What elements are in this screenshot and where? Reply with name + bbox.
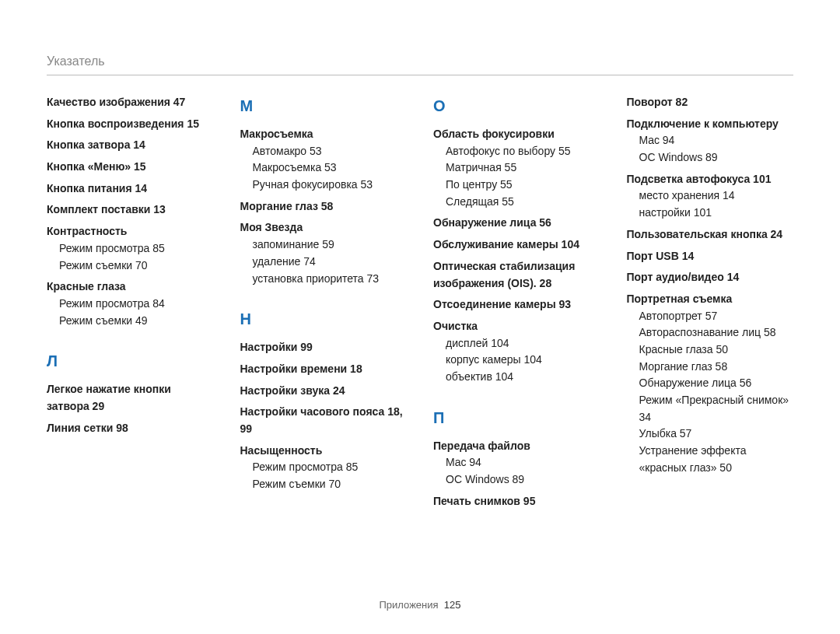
index-subentry: ОС Windows 89 <box>446 471 600 489</box>
index-entry: Порт аудио/видео 14 <box>627 269 794 286</box>
index-subentry: Mac 94 <box>639 132 794 149</box>
index-subentry: Улыбка 57 <box>639 426 794 443</box>
document-page: Указатель Качество изображения 47Кнопка … <box>0 0 840 634</box>
index-subentry: ОС Windows 89 <box>639 149 794 166</box>
index-entry-title: Легкое нажатие кнопки затвора 29 <box>47 383 171 412</box>
index-subentry: объектив 104 <box>446 369 600 386</box>
index-entry-title: Комплект поставки 13 <box>47 203 166 215</box>
index-entry-title: Настройки звука 24 <box>240 384 345 397</box>
index-entry-title: Пользовательская кнопка 24 <box>627 228 783 240</box>
index-entry: Оптическая стабилизация изображения (OIS… <box>433 258 600 292</box>
index-entry: Легкое нажатие кнопки затвора 29 <box>47 381 214 415</box>
index-subentry: дисплей 104 <box>446 335 600 352</box>
index-entry-title: Настройки 99 <box>240 341 313 353</box>
index-subentry: Режим «Прекрасный снимок» 34 <box>639 392 794 426</box>
index-entry: Кнопка затвора 14 <box>47 137 214 154</box>
page-title: Указатель <box>47 54 793 75</box>
index-subentry: Обнаружение лица 56 <box>639 375 794 392</box>
index-subentry: Режим просмотра 85 <box>253 459 408 476</box>
index-entry: Обнаружение лица 56 <box>433 215 600 232</box>
index-subentry: Устранение эффекта «красных глаз» 50 <box>639 443 794 476</box>
index-entry: Портретная съемкаАвтопортрет 57Автораспо… <box>627 291 794 477</box>
index-subentry: Матричная 55 <box>446 159 600 177</box>
footer-label: Приложения <box>380 599 439 611</box>
index-subentry: Макросъемка 53 <box>253 159 408 177</box>
index-entry: Качество изображения 47 <box>47 94 214 111</box>
index-entry: Область фокусировкиАвтофокус по выбору 5… <box>433 126 600 210</box>
index-entry-title: Макросъемка <box>240 128 313 140</box>
index-column: Качество изображения 47Кнопка воспроизве… <box>47 94 214 514</box>
index-entry-title: Качество изображения 47 <box>47 96 185 108</box>
index-entry-title: Область фокусировки <box>433 128 555 140</box>
index-subentry: Автофокус по выбору 55 <box>446 143 600 160</box>
index-subentry: Режим съемки 70 <box>253 476 408 493</box>
index-subentry: Режим съемки 49 <box>59 313 214 330</box>
index-entry-title: Настройки часового пояса 18, 99 <box>240 405 403 435</box>
index-entry-title: Красные глаза <box>47 280 126 292</box>
index-subentry: Автораспознавание лиц 58 <box>639 324 794 342</box>
index-subentry: Моргание глаз 58 <box>639 359 794 376</box>
index-entry: Печать снимков 95 <box>433 493 600 510</box>
index-entry-title: Кнопка питания 14 <box>47 182 147 194</box>
index-column: ООбласть фокусировкиАвтофокус по выбору … <box>433 94 600 514</box>
index-subentry: Режим просмотра 84 <box>59 296 214 313</box>
index-entry-title: Кнопка «Меню» 15 <box>47 160 146 173</box>
index-section-letter: Л <box>47 349 214 373</box>
index-entry: Моя Звездазапоминание 59удаление 74устан… <box>240 219 408 287</box>
index-entry-title: Оптическая стабилизация изображения (OIS… <box>433 260 575 289</box>
index-entry: Очисткадисплей 104корпус камеры 104объек… <box>433 318 600 386</box>
index-entry: Линия сетки 98 <box>47 420 214 437</box>
index-entry: КонтрастностьРежим просмотра 85Режим съе… <box>47 223 214 274</box>
index-entry-title: Отсоединение камеры 93 <box>433 298 571 310</box>
index-section-letter: П <box>433 406 600 430</box>
index-entry: Поворот 82 <box>627 94 794 111</box>
page-footer: Приложения 125 <box>0 599 840 611</box>
index-entry-title: Моргание глаз 58 <box>240 200 334 212</box>
index-entry-title: Кнопка затвора 14 <box>47 138 145 151</box>
index-entry: Пользовательская кнопка 24 <box>627 226 794 243</box>
index-subentry: место хранения 14 <box>639 187 794 205</box>
index-entry: Настройки часового пояса 18, 99 <box>240 404 408 437</box>
index-column: Поворот 82Подключение к компьютеруMac 94… <box>627 94 794 514</box>
index-entry-title: Портретная съемка <box>627 292 733 305</box>
index-entry: Передача файловMac 94ОС Windows 89 <box>433 438 600 489</box>
index-subentry: Автопортрет 57 <box>639 308 794 325</box>
index-subentry: Mac 94 <box>446 454 600 471</box>
index-entry: Настройки звука 24 <box>240 383 408 400</box>
index-section-letter: Н <box>240 307 408 331</box>
index-entry-title: Порт аудио/видео 14 <box>627 271 740 283</box>
index-subentry: удаление 74 <box>253 254 408 271</box>
index-entry: Кнопка «Меню» 15 <box>47 159 214 176</box>
index-entry-title: Порт USB 14 <box>627 250 695 262</box>
index-entry: Отсоединение камеры 93 <box>433 296 600 313</box>
footer-page-number: 125 <box>444 599 461 611</box>
index-section-letter: О <box>433 94 600 118</box>
index-entry: Подключение к компьютеруMac 94ОС Windows… <box>627 116 794 166</box>
index-subentry: настройки 101 <box>639 205 794 222</box>
index-entry-title: Моя Звезда <box>240 221 303 233</box>
index-entry: Обслуживание камеры 104 <box>433 236 600 254</box>
index-entry: Кнопка питания 14 <box>47 180 214 198</box>
index-subentry: установка приоритета 73 <box>253 271 408 288</box>
index-entry-title: Контрастность <box>47 225 127 237</box>
index-entry-title: Очистка <box>433 320 478 332</box>
index-entry: Порт USB 14 <box>627 248 794 265</box>
index-subentry: Ручная фокусировка 53 <box>253 177 408 194</box>
index-subentry: Режим съемки 70 <box>59 257 214 275</box>
index-subentry: Режим просмотра 85 <box>59 240 214 257</box>
index-entry-title: Подсветка автофокуса 101 <box>627 173 772 185</box>
index-entry-title: Кнопка воспроизведения 15 <box>47 117 199 130</box>
index-subentry: запоминание 59 <box>253 236 408 254</box>
index-entry: Настройки времени 18 <box>240 361 408 378</box>
index-column: ММакросъемкаАвтомакро 53Макросъемка 53Ру… <box>240 94 408 514</box>
index-subentry: корпус камеры 104 <box>446 352 600 369</box>
index-subentry: Автомакро 53 <box>253 143 408 160</box>
index-section-letter: М <box>240 94 408 118</box>
index-entry-title: Настройки времени 18 <box>240 363 362 375</box>
index-subentry: Красные глаза 50 <box>639 342 794 359</box>
index-entry: Комплект поставки 13 <box>47 201 214 219</box>
index-entry-title: Насыщенность <box>240 444 323 457</box>
index-subentry: По центру 55 <box>446 177 600 194</box>
index-entry: Красные глазаРежим просмотра 84Режим съе… <box>47 278 214 329</box>
index-entry: Моргание глаз 58 <box>240 198 408 215</box>
